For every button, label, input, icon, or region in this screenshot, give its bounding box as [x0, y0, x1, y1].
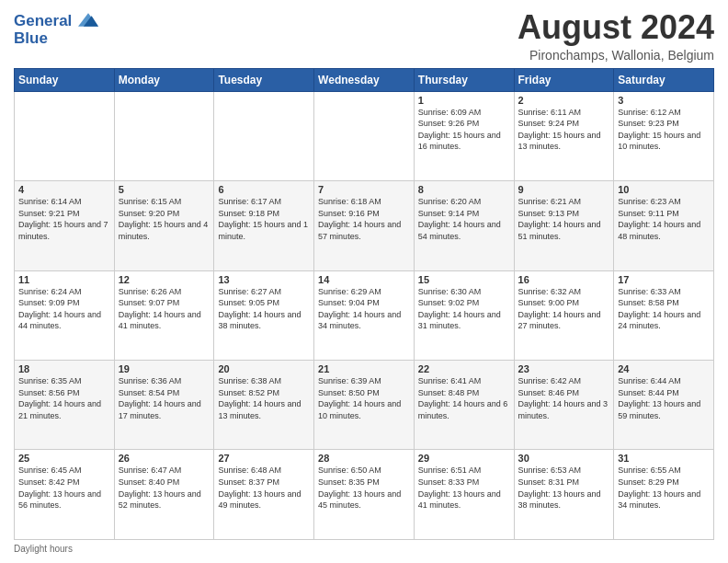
day-info: Sunrise: 6:29 AM Sunset: 9:04 PM Dayligh… — [318, 286, 410, 332]
day-number: 13 — [218, 274, 310, 285]
day-number: 18 — [18, 363, 110, 374]
day-number: 21 — [318, 363, 410, 374]
calendar-cell: 8Sunrise: 6:20 AM Sunset: 9:14 PM Daylig… — [414, 181, 514, 270]
day-info: Sunrise: 6:36 AM Sunset: 8:54 PM Dayligh… — [119, 375, 210, 421]
day-number: 19 — [119, 363, 210, 374]
calendar-cell — [114, 91, 214, 180]
calendar-cell: 11Sunrise: 6:24 AM Sunset: 9:09 PM Dayli… — [15, 270, 115, 360]
calendar-cell: 29Sunrise: 6:51 AM Sunset: 8:33 PM Dayli… — [414, 450, 514, 540]
day-number: 15 — [418, 274, 510, 285]
day-info: Sunrise: 6:44 AM Sunset: 8:44 PM Dayligh… — [618, 375, 710, 421]
day-number: 4 — [18, 184, 110, 195]
day-info: Sunrise: 6:20 AM Sunset: 9:14 PM Dayligh… — [418, 196, 510, 242]
calendar-cell: 30Sunrise: 6:53 AM Sunset: 8:31 PM Dayli… — [514, 450, 614, 540]
day-number: 29 — [418, 453, 510, 464]
logo-general: General — [14, 12, 72, 29]
logo: General Blue — [14, 13, 98, 47]
calendar-cell: 10Sunrise: 6:23 AM Sunset: 9:11 PM Dayli… — [614, 181, 714, 270]
footer-note: Daylight hours — [14, 544, 714, 554]
col-header-monday: Monday — [114, 68, 214, 91]
day-info: Sunrise: 6:53 AM Sunset: 8:31 PM Dayligh… — [518, 465, 610, 511]
day-number: 2 — [518, 95, 610, 106]
col-header-sunday: Sunday — [15, 68, 115, 91]
day-number: 22 — [418, 363, 510, 374]
day-info: Sunrise: 6:32 AM Sunset: 9:00 PM Dayligh… — [518, 286, 610, 332]
calendar-header-row: SundayMondayTuesdayWednesdayThursdayFrid… — [15, 68, 714, 91]
calendar-week-4: 18Sunrise: 6:35 AM Sunset: 8:56 PM Dayli… — [15, 361, 714, 450]
day-info: Sunrise: 6:17 AM Sunset: 9:18 PM Dayligh… — [218, 196, 310, 242]
day-number: 14 — [318, 274, 410, 285]
calendar-cell: 22Sunrise: 6:41 AM Sunset: 8:48 PM Dayli… — [414, 361, 514, 450]
calendar-week-5: 25Sunrise: 6:45 AM Sunset: 8:42 PM Dayli… — [15, 450, 714, 540]
day-info: Sunrise: 6:27 AM Sunset: 9:05 PM Dayligh… — [218, 286, 310, 332]
day-info: Sunrise: 6:55 AM Sunset: 8:29 PM Dayligh… — [618, 465, 710, 511]
day-number: 23 — [518, 363, 610, 374]
day-info: Sunrise: 6:11 AM Sunset: 9:24 PM Dayligh… — [518, 107, 610, 153]
calendar-cell: 19Sunrise: 6:36 AM Sunset: 8:54 PM Dayli… — [114, 361, 214, 450]
calendar-cell: 6Sunrise: 6:17 AM Sunset: 9:18 PM Daylig… — [214, 181, 314, 270]
day-number: 10 — [618, 184, 710, 195]
day-number: 31 — [618, 453, 710, 464]
location-subtitle: Pironchamps, Wallonia, Belgium — [518, 48, 714, 63]
day-number: 12 — [119, 274, 210, 285]
calendar-cell: 2Sunrise: 6:11 AM Sunset: 9:24 PM Daylig… — [514, 91, 614, 180]
calendar-cell: 17Sunrise: 6:33 AM Sunset: 8:58 PM Dayli… — [614, 270, 714, 360]
calendar-cell — [15, 91, 115, 180]
title-block: August 2024 Pironchamps, Wallonia, Belgi… — [518, 9, 714, 63]
day-number: 27 — [218, 453, 310, 464]
day-info: Sunrise: 6:48 AM Sunset: 8:37 PM Dayligh… — [218, 465, 310, 511]
calendar-cell: 25Sunrise: 6:45 AM Sunset: 8:42 PM Dayli… — [15, 450, 115, 540]
day-info: Sunrise: 6:38 AM Sunset: 8:52 PM Dayligh… — [218, 375, 310, 421]
col-header-friday: Friday — [514, 68, 614, 91]
day-number: 3 — [618, 95, 710, 106]
day-info: Sunrise: 6:47 AM Sunset: 8:40 PM Dayligh… — [119, 465, 210, 511]
day-number: 9 — [518, 184, 610, 195]
day-info: Sunrise: 6:24 AM Sunset: 9:09 PM Dayligh… — [18, 286, 110, 332]
day-number: 8 — [418, 184, 510, 195]
day-number: 20 — [218, 363, 310, 374]
day-info: Sunrise: 6:09 AM Sunset: 9:26 PM Dayligh… — [418, 107, 510, 153]
calendar-week-2: 4Sunrise: 6:14 AM Sunset: 9:21 PM Daylig… — [15, 181, 714, 270]
day-info: Sunrise: 6:33 AM Sunset: 8:58 PM Dayligh… — [618, 286, 710, 332]
day-number: 28 — [318, 453, 410, 464]
header: General Blue August 2024 Pironchamps, Wa… — [14, 9, 714, 63]
calendar-cell: 21Sunrise: 6:39 AM Sunset: 8:50 PM Dayli… — [314, 361, 415, 450]
calendar-cell: 3Sunrise: 6:12 AM Sunset: 9:23 PM Daylig… — [614, 91, 714, 180]
calendar-cell: 18Sunrise: 6:35 AM Sunset: 8:56 PM Dayli… — [15, 361, 115, 450]
calendar-cell: 26Sunrise: 6:47 AM Sunset: 8:40 PM Dayli… — [114, 450, 214, 540]
calendar-cell: 31Sunrise: 6:55 AM Sunset: 8:29 PM Dayli… — [614, 450, 714, 540]
calendar-cell: 16Sunrise: 6:32 AM Sunset: 9:00 PM Dayli… — [514, 270, 614, 360]
day-info: Sunrise: 6:42 AM Sunset: 8:46 PM Dayligh… — [518, 375, 610, 421]
calendar-cell: 24Sunrise: 6:44 AM Sunset: 8:44 PM Dayli… — [614, 361, 714, 450]
day-number: 24 — [618, 363, 710, 374]
calendar-cell: 27Sunrise: 6:48 AM Sunset: 8:37 PM Dayli… — [214, 450, 314, 540]
day-number: 11 — [18, 274, 110, 285]
calendar-cell: 28Sunrise: 6:50 AM Sunset: 8:35 PM Dayli… — [314, 450, 415, 540]
day-number: 16 — [518, 274, 610, 285]
day-number: 25 — [18, 453, 110, 464]
col-header-saturday: Saturday — [614, 68, 714, 91]
day-info: Sunrise: 6:51 AM Sunset: 8:33 PM Dayligh… — [418, 465, 510, 511]
day-info: Sunrise: 6:14 AM Sunset: 9:21 PM Dayligh… — [18, 196, 110, 242]
day-info: Sunrise: 6:50 AM Sunset: 8:35 PM Dayligh… — [318, 465, 410, 511]
day-info: Sunrise: 6:41 AM Sunset: 8:48 PM Dayligh… — [418, 375, 510, 421]
calendar-cell: 5Sunrise: 6:15 AM Sunset: 9:20 PM Daylig… — [114, 181, 214, 270]
day-info: Sunrise: 6:18 AM Sunset: 9:16 PM Dayligh… — [318, 196, 410, 242]
day-number: 17 — [618, 274, 710, 285]
calendar-cell: 15Sunrise: 6:30 AM Sunset: 9:02 PM Dayli… — [414, 270, 514, 360]
day-info: Sunrise: 6:21 AM Sunset: 9:13 PM Dayligh… — [518, 196, 610, 242]
calendar-cell: 13Sunrise: 6:27 AM Sunset: 9:05 PM Dayli… — [214, 270, 314, 360]
calendar-cell: 4Sunrise: 6:14 AM Sunset: 9:21 PM Daylig… — [15, 181, 115, 270]
day-info: Sunrise: 6:35 AM Sunset: 8:56 PM Dayligh… — [18, 375, 110, 421]
calendar-cell: 1Sunrise: 6:09 AM Sunset: 9:26 PM Daylig… — [414, 91, 514, 180]
calendar-week-1: 1Sunrise: 6:09 AM Sunset: 9:26 PM Daylig… — [15, 91, 714, 180]
logo-text: General Blue — [14, 13, 98, 47]
day-number: 6 — [218, 184, 310, 195]
calendar-cell — [214, 91, 314, 180]
calendar-cell — [314, 91, 415, 180]
day-number: 26 — [119, 453, 210, 464]
day-info: Sunrise: 6:15 AM Sunset: 9:20 PM Dayligh… — [119, 196, 210, 242]
logo-blue: Blue — [14, 30, 98, 48]
day-number: 1 — [418, 95, 510, 106]
calendar-cell: 20Sunrise: 6:38 AM Sunset: 8:52 PM Dayli… — [214, 361, 314, 450]
